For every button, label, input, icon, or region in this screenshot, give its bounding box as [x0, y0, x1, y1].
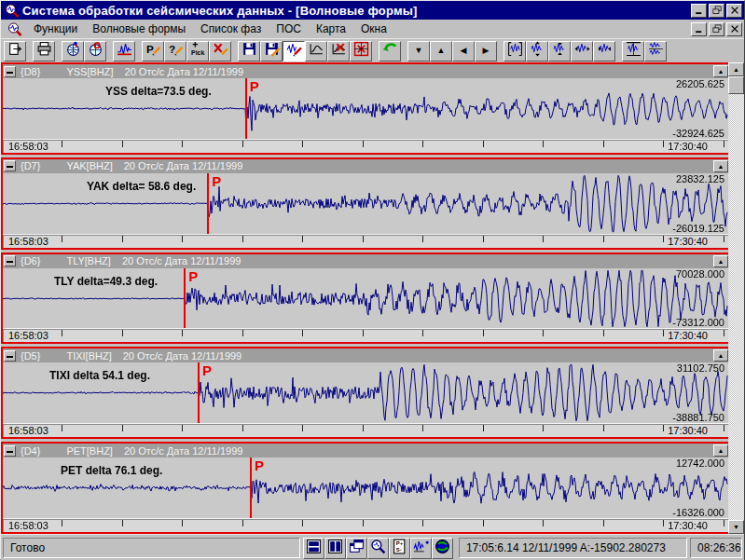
- map-epicenter-button[interactable]: [84, 41, 106, 61]
- menu-item-1[interactable]: Волновые формы: [85, 20, 193, 37]
- pick-phase-button[interactable]: P: [142, 41, 164, 61]
- close-button[interactable]: [726, 4, 742, 18]
- menu-item-5[interactable]: Окна: [353, 20, 394, 37]
- add-wave-button[interactable]: [410, 538, 432, 559]
- phase-marker-line[interactable]: [198, 362, 200, 423]
- client-scrollbar[interactable]: ▲ ▼: [728, 62, 744, 534]
- menu-item-3[interactable]: ПОС: [269, 20, 309, 37]
- time-start: 16:58:03: [8, 330, 51, 341]
- globe-target-icon: [88, 41, 103, 61]
- phase-marker-line[interactable]: [250, 458, 252, 518]
- save-button[interactable]: [238, 41, 260, 61]
- waveform-view[interactable]: P YSS delta=73.5 deg. 26205.625 -32924.6…: [3, 78, 728, 139]
- open-event-button[interactable]: [4, 41, 26, 61]
- map-button[interactable]: [432, 538, 453, 559]
- child-restore-button[interactable]: [709, 22, 724, 36]
- waveform-view[interactable]: P PET delta 76.1 deg. 12742.000 -16326.0…: [3, 458, 728, 518]
- phase-marker-line[interactable]: [245, 78, 247, 139]
- printer-icon: [36, 41, 52, 61]
- minimize-button[interactable]: [691, 4, 707, 18]
- waveform-view-button[interactable]: [113, 41, 135, 61]
- panel-titlebar[interactable]: {D5} TIXI[BHZ] 20 Отс/с Дата 12/11/1999 …: [3, 348, 728, 362]
- panel-id: {D7}: [21, 160, 40, 171]
- save-edit-button[interactable]: [260, 41, 283, 61]
- panel-titlebar[interactable]: {D7} YAK[BHZ] 20 Отс/с Дата 12/11/1999 ▲: [3, 159, 728, 173]
- waveform-view[interactable]: P YAK delta= 58.6 deg. 23832.125 -26019.…: [3, 173, 728, 234]
- panel-minimize-button[interactable]: [4, 160, 16, 171]
- toolbar-group: [33, 41, 55, 61]
- align-traces-button[interactable]: [622, 41, 644, 61]
- amp-compress-button[interactable]: [548, 41, 571, 61]
- panel-titlebar[interactable]: {D8} YSS[BHZ] 20 Отс/с Дата 12/11/1999 ▲: [3, 64, 728, 78]
- scroll-right-button[interactable]: ▶: [475, 41, 497, 61]
- phase-list-button[interactable]: P+S-: [389, 538, 410, 559]
- fit-all-button[interactable]: [350, 41, 372, 61]
- panel-minimize-button[interactable]: [4, 255, 16, 266]
- wave-expand-h-icon: [574, 41, 590, 61]
- waveform-view[interactable]: P TLY delta=49.3 deg. 70028.000 -73312.0…: [3, 268, 728, 329]
- phase-marker-line[interactable]: [207, 173, 209, 234]
- time-compress-button[interactable]: [593, 41, 615, 61]
- phase-marker-line[interactable]: [184, 268, 186, 329]
- pick-unknown-button[interactable]: ?: [164, 41, 186, 61]
- print-button[interactable]: [33, 41, 55, 61]
- amp-expand-button[interactable]: [526, 41, 548, 61]
- phase-marker-label: P: [250, 78, 259, 94]
- scroll-left-button[interactable]: ◀: [452, 41, 475, 61]
- map-station-button[interactable]: [62, 41, 84, 61]
- menu-item-4[interactable]: Карта: [309, 20, 353, 37]
- tile-vertical-button[interactable]: [324, 538, 346, 559]
- time-expand-button[interactable]: [571, 41, 593, 61]
- time-ticks-icon: [3, 330, 728, 336]
- waveform-panel-yss-bhz-: {D8} YSS[BHZ] 20 Отс/с Дата 12/11/1999 ▲…: [1, 62, 730, 155]
- zoom-region-button[interactable]: [305, 41, 327, 61]
- scroll-down-button[interactable]: ▼: [407, 41, 430, 61]
- panel-minimize-button[interactable]: [4, 66, 16, 77]
- time-ticks-icon: [3, 425, 728, 431]
- panel-up-button[interactable]: ▲: [713, 444, 728, 457]
- panel-titlebar[interactable]: {D4} PET[BHZ] 20 Отс/с Дата 12/11/1999 ▲: [3, 444, 728, 458]
- document-icon[interactable]: [7, 21, 22, 36]
- panel-id: {D5}: [21, 350, 40, 362]
- menu-item-0[interactable]: Функции: [26, 20, 85, 37]
- delete-pick-button[interactable]: [209, 41, 231, 61]
- restore-button[interactable]: [709, 4, 724, 18]
- panel-up-button[interactable]: ▲: [713, 160, 728, 172]
- cascade-button[interactable]: [346, 538, 367, 559]
- undo-button[interactable]: [379, 41, 401, 61]
- tile-horizontal-button[interactable]: [303, 538, 324, 559]
- status-buttons: P+S-: [303, 538, 453, 559]
- pick-button[interactable]: Pick: [186, 41, 209, 61]
- app-window: Система обработки сейсмических данных - …: [0, 0, 745, 560]
- scrollbar-up-icon[interactable]: ▲: [728, 62, 744, 76]
- panel-titlebar[interactable]: {D6} TLY[BHZ] 20 Отс/с Дата 12/11/1999 ▲: [3, 254, 728, 268]
- amplitude-max: 23832.125: [676, 173, 724, 184]
- svg-text:P+: P+: [396, 540, 404, 546]
- menu-item-2[interactable]: Список фаз: [193, 20, 269, 37]
- time-start: 16:58:03: [8, 520, 51, 531]
- panel-up-button[interactable]: ▲: [713, 255, 728, 267]
- amplitude-min: -16326.000: [672, 507, 724, 518]
- child-close-button[interactable]: [726, 22, 742, 36]
- toolbar-group: [4, 41, 26, 61]
- panel-minimize-button[interactable]: [4, 445, 16, 457]
- cancel-zoom-button[interactable]: [327, 41, 350, 61]
- panel-up-button[interactable]: ▲: [713, 65, 728, 77]
- scroll-up-button[interactable]: ▲: [430, 41, 452, 61]
- time-start: 16:58:03: [8, 425, 51, 436]
- panel-up-button[interactable]: ▲: [713, 349, 728, 362]
- scrollbar-down-icon[interactable]: ▼: [728, 520, 744, 534]
- tile-traces-button[interactable]: [644, 41, 667, 61]
- child-minimize-button[interactable]: [691, 22, 707, 36]
- time-axis: 16:58:03 17:30:40: [3, 518, 728, 532]
- edit-wave-button[interactable]: [283, 41, 305, 61]
- fit-window-button[interactable]: [504, 41, 526, 61]
- scroll-right-button-icon: ▶: [483, 47, 490, 55]
- waveform-view[interactable]: P TIXI delta 54.1 deg. 31102.750 -38881.…: [3, 362, 728, 423]
- titlebar[interactable]: Система обработки сейсмических данных - …: [1, 1, 744, 20]
- scrollbar-thumb[interactable]: [728, 76, 744, 94]
- search-wave-button[interactable]: [367, 538, 389, 559]
- svg-text:?: ?: [169, 43, 175, 55]
- time-end: 17:30:40: [665, 330, 708, 341]
- panel-minimize-button[interactable]: [4, 350, 16, 362]
